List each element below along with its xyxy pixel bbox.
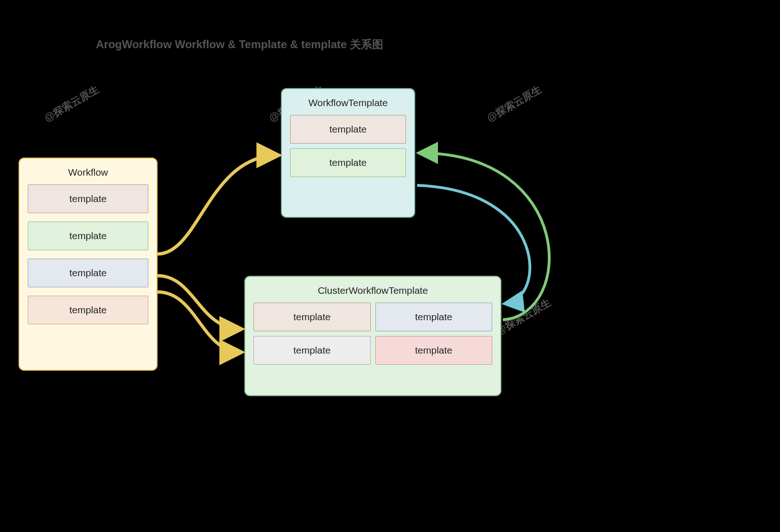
workflow-template-slot: template bbox=[28, 222, 148, 250]
watermark: @探索云原生 bbox=[494, 296, 553, 338]
workflow-template-box: WorkflowTemplate template template bbox=[281, 88, 415, 218]
workflow-templates: template template template template bbox=[19, 184, 157, 333]
cwft-template-slot: template bbox=[375, 303, 493, 331]
workflow-template-templates: template template bbox=[282, 115, 414, 185]
workflow-label: Workflow bbox=[19, 167, 157, 178]
wft-template-slot: template bbox=[290, 115, 406, 144]
cluster-workflow-template-box: ClusterWorkflowTemplate template templat… bbox=[244, 276, 501, 396]
workflow-box: Workflow template template template temp… bbox=[19, 158, 158, 371]
workflow-template-slot: template bbox=[28, 184, 148, 213]
workflow-template-slot: template bbox=[28, 296, 148, 324]
wft-template-slot: template bbox=[290, 148, 406, 177]
watermark: @探索云原生 bbox=[42, 82, 101, 125]
cwft-template-slot: template bbox=[254, 303, 371, 331]
cwft-template-slot: template bbox=[254, 336, 371, 365]
cwft-template-slot: template bbox=[375, 336, 493, 365]
cwft-templates: template template template template bbox=[245, 303, 501, 373]
arrow-workflow-to-cwft-2 bbox=[158, 292, 241, 352]
watermark: @探索云原生 bbox=[484, 82, 544, 125]
cluster-workflow-template-label: ClusterWorkflowTemplate bbox=[245, 285, 501, 296]
workflow-template-slot: template bbox=[28, 259, 148, 287]
arrow-workflow-to-wft bbox=[158, 155, 278, 254]
arrow-workflow-to-cwft-1 bbox=[158, 276, 241, 329]
diagram-title: ArogWorkflow Workflow & Template & templ… bbox=[96, 37, 383, 52]
workflow-template-label: WorkflowTemplate bbox=[282, 97, 414, 108]
diagram-page: ArogWorkflow Workflow & Template & templ… bbox=[0, 0, 780, 532]
diagram-canvas: ArogWorkflow Workflow & Template & templ… bbox=[14, 32, 663, 440]
